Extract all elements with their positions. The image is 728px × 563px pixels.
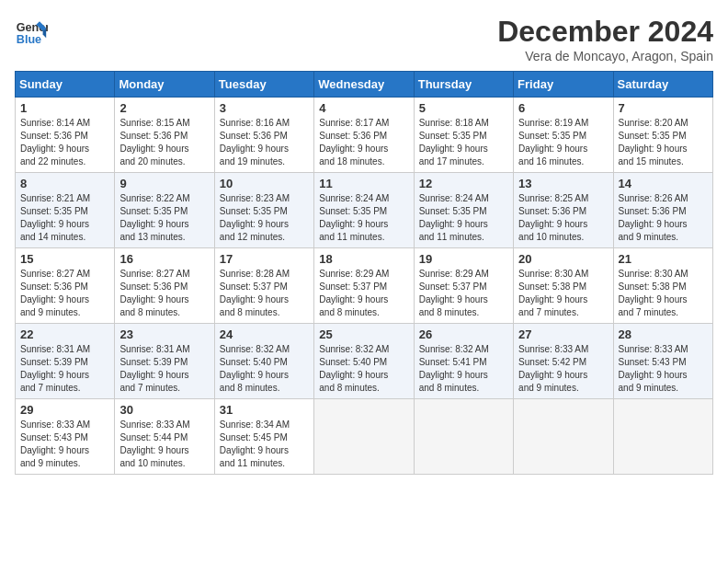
- col-header-wednesday: Wednesday: [314, 72, 414, 98]
- day-number: 13: [518, 177, 608, 190]
- day-info: Sunrise: 8:28 AM Sunset: 5:37 PM Dayligh…: [220, 268, 309, 319]
- day-number: 14: [619, 177, 708, 190]
- page-header: General Blue December 2024 Vera de Monca…: [15, 15, 713, 63]
- week-row: 22Sunrise: 8:31 AM Sunset: 5:39 PM Dayli…: [16, 324, 713, 399]
- day-number: 25: [319, 327, 408, 341]
- day-number: 9: [119, 177, 209, 190]
- day-number: 6: [518, 101, 608, 115]
- day-info: Sunrise: 8:31 AM Sunset: 5:39 PM Dayligh…: [119, 343, 209, 395]
- day-info: Sunrise: 8:33 AM Sunset: 5:42 PM Dayligh…: [518, 343, 608, 395]
- day-info: Sunrise: 8:29 AM Sunset: 5:37 PM Dayligh…: [419, 268, 508, 319]
- day-number: 17: [220, 252, 309, 266]
- calendar-cell: [613, 399, 712, 475]
- calendar-cell: 30Sunrise: 8:33 AM Sunset: 5:44 PM Dayli…: [115, 399, 214, 475]
- day-info: Sunrise: 8:30 AM Sunset: 5:38 PM Dayligh…: [518, 268, 608, 319]
- day-info: Sunrise: 8:21 AM Sunset: 5:35 PM Dayligh…: [20, 192, 109, 244]
- day-number: 24: [220, 327, 309, 341]
- day-info: Sunrise: 8:34 AM Sunset: 5:45 PM Dayligh…: [220, 419, 309, 470]
- week-row: 15Sunrise: 8:27 AM Sunset: 5:36 PM Dayli…: [16, 248, 713, 324]
- calendar-cell: 12Sunrise: 8:24 AM Sunset: 5:35 PM Dayli…: [414, 173, 513, 248]
- calendar-cell: 16Sunrise: 8:27 AM Sunset: 5:36 PM Dayli…: [115, 248, 214, 324]
- calendar-cell: 5Sunrise: 8:18 AM Sunset: 5:35 PM Daylig…: [414, 98, 513, 173]
- day-info: Sunrise: 8:27 AM Sunset: 5:36 PM Dayligh…: [119, 268, 209, 319]
- day-info: Sunrise: 8:24 AM Sunset: 5:35 PM Dayligh…: [419, 192, 508, 244]
- calendar-cell: 17Sunrise: 8:28 AM Sunset: 5:37 PM Dayli…: [214, 248, 313, 324]
- day-number: 22: [20, 327, 109, 341]
- calendar-cell: 19Sunrise: 8:29 AM Sunset: 5:37 PM Dayli…: [414, 248, 513, 324]
- calendar-cell: 4Sunrise: 8:17 AM Sunset: 5:36 PM Daylig…: [314, 98, 414, 173]
- day-number: 23: [119, 327, 209, 341]
- day-number: 10: [220, 177, 309, 190]
- calendar-table: SundayMondayTuesdayWednesdayThursdayFrid…: [15, 71, 713, 475]
- col-header-monday: Monday: [115, 72, 214, 98]
- calendar-cell: 8Sunrise: 8:21 AM Sunset: 5:35 PM Daylig…: [16, 173, 115, 248]
- day-number: 20: [518, 252, 608, 266]
- day-number: 1: [20, 101, 109, 115]
- day-number: 2: [119, 101, 209, 115]
- calendar-cell: 13Sunrise: 8:25 AM Sunset: 5:36 PM Dayli…: [514, 173, 613, 248]
- day-number: 12: [419, 177, 508, 190]
- day-number: 4: [319, 101, 408, 115]
- logo-icon: General Blue: [15, 15, 48, 48]
- day-info: Sunrise: 8:17 AM Sunset: 5:36 PM Dayligh…: [319, 117, 408, 168]
- day-number: 3: [220, 101, 309, 115]
- calendar-cell: 15Sunrise: 8:27 AM Sunset: 5:36 PM Dayli…: [16, 248, 115, 324]
- day-info: Sunrise: 8:24 AM Sunset: 5:35 PM Dayligh…: [319, 192, 408, 244]
- day-number: 19: [419, 252, 508, 266]
- day-info: Sunrise: 8:23 AM Sunset: 5:35 PM Dayligh…: [220, 192, 309, 244]
- day-number: 31: [220, 403, 309, 417]
- calendar-cell: 7Sunrise: 8:20 AM Sunset: 5:35 PM Daylig…: [613, 98, 712, 173]
- day-info: Sunrise: 8:33 AM Sunset: 5:43 PM Dayligh…: [619, 343, 708, 395]
- calendar-cell: 24Sunrise: 8:32 AM Sunset: 5:40 PM Dayli…: [214, 324, 313, 399]
- logo: General Blue: [15, 15, 48, 48]
- calendar-cell: 31Sunrise: 8:34 AM Sunset: 5:45 PM Dayli…: [214, 399, 313, 475]
- calendar-cell: 14Sunrise: 8:26 AM Sunset: 5:36 PM Dayli…: [613, 173, 712, 248]
- calendar-cell: [414, 399, 513, 475]
- day-info: Sunrise: 8:27 AM Sunset: 5:36 PM Dayligh…: [20, 268, 109, 319]
- col-header-thursday: Thursday: [414, 72, 513, 98]
- day-number: 16: [119, 252, 209, 266]
- day-number: 21: [619, 252, 708, 266]
- calendar-cell: 9Sunrise: 8:22 AM Sunset: 5:35 PM Daylig…: [115, 173, 214, 248]
- calendar-cell: 20Sunrise: 8:30 AM Sunset: 5:38 PM Dayli…: [514, 248, 613, 324]
- calendar-cell: 25Sunrise: 8:32 AM Sunset: 5:40 PM Dayli…: [314, 324, 414, 399]
- day-info: Sunrise: 8:33 AM Sunset: 5:44 PM Dayligh…: [119, 419, 209, 470]
- day-number: 7: [619, 101, 708, 115]
- day-info: Sunrise: 8:20 AM Sunset: 5:35 PM Dayligh…: [619, 117, 708, 168]
- day-info: Sunrise: 8:15 AM Sunset: 5:36 PM Dayligh…: [119, 117, 209, 168]
- title-block: December 2024 Vera de Moncayo, Aragon, S…: [497, 15, 713, 63]
- day-info: Sunrise: 8:16 AM Sunset: 5:36 PM Dayligh…: [220, 117, 309, 168]
- calendar-cell: 6Sunrise: 8:19 AM Sunset: 5:35 PM Daylig…: [514, 98, 613, 173]
- day-info: Sunrise: 8:18 AM Sunset: 5:35 PM Dayligh…: [419, 117, 508, 168]
- col-header-friday: Friday: [514, 72, 613, 98]
- calendar-cell: 22Sunrise: 8:31 AM Sunset: 5:39 PM Dayli…: [16, 324, 115, 399]
- day-number: 26: [419, 327, 508, 341]
- location-subtitle: Vera de Moncayo, Aragon, Spain: [497, 49, 713, 63]
- day-info: Sunrise: 8:14 AM Sunset: 5:36 PM Dayligh…: [20, 117, 109, 168]
- day-info: Sunrise: 8:22 AM Sunset: 5:35 PM Dayligh…: [119, 192, 209, 244]
- calendar-cell: 21Sunrise: 8:30 AM Sunset: 5:38 PM Dayli…: [613, 248, 712, 324]
- day-info: Sunrise: 8:31 AM Sunset: 5:39 PM Dayligh…: [20, 343, 109, 395]
- calendar-cell: 27Sunrise: 8:33 AM Sunset: 5:42 PM Dayli…: [514, 324, 613, 399]
- day-number: 18: [319, 252, 408, 266]
- header-row: SundayMondayTuesdayWednesdayThursdayFrid…: [16, 72, 713, 98]
- day-info: Sunrise: 8:32 AM Sunset: 5:41 PM Dayligh…: [419, 343, 508, 395]
- day-number: 11: [319, 177, 408, 190]
- week-row: 8Sunrise: 8:21 AM Sunset: 5:35 PM Daylig…: [16, 173, 713, 248]
- calendar-cell: [314, 399, 414, 475]
- day-info: Sunrise: 8:19 AM Sunset: 5:35 PM Dayligh…: [518, 117, 608, 168]
- day-number: 27: [518, 327, 608, 341]
- svg-text:Blue: Blue: [17, 33, 41, 46]
- day-info: Sunrise: 8:30 AM Sunset: 5:38 PM Dayligh…: [619, 268, 708, 319]
- day-number: 28: [619, 327, 708, 341]
- col-header-sunday: Sunday: [16, 72, 115, 98]
- day-info: Sunrise: 8:32 AM Sunset: 5:40 PM Dayligh…: [220, 343, 309, 395]
- day-number: 5: [419, 101, 508, 115]
- calendar-cell: 10Sunrise: 8:23 AM Sunset: 5:35 PM Dayli…: [214, 173, 313, 248]
- calendar-cell: 28Sunrise: 8:33 AM Sunset: 5:43 PM Dayli…: [613, 324, 712, 399]
- day-info: Sunrise: 8:25 AM Sunset: 5:36 PM Dayligh…: [518, 192, 608, 244]
- col-header-tuesday: Tuesday: [214, 72, 313, 98]
- week-row: 1Sunrise: 8:14 AM Sunset: 5:36 PM Daylig…: [16, 98, 713, 173]
- day-info: Sunrise: 8:26 AM Sunset: 5:36 PM Dayligh…: [619, 192, 708, 244]
- calendar-cell: 29Sunrise: 8:33 AM Sunset: 5:43 PM Dayli…: [16, 399, 115, 475]
